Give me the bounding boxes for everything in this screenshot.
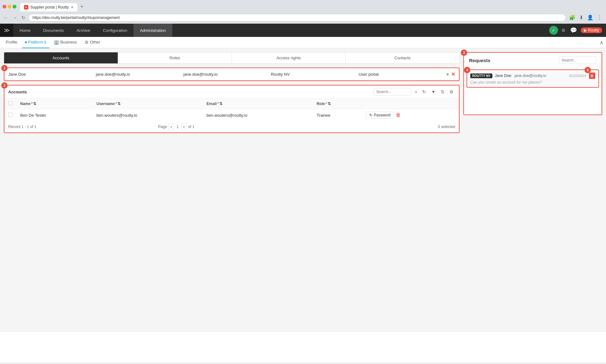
user-email: jane.doe@routty.io — [183, 72, 266, 77]
subnav-other-label: Other — [90, 40, 100, 44]
user-row-actions: + ✕ — [446, 71, 455, 77]
refresh-btn[interactable]: ↻ — [421, 88, 428, 95]
sort-name-btn[interactable]: Name * ⇅ — [20, 102, 36, 106]
business-icon: 🏢 — [54, 40, 59, 45]
filter-btn[interactable]: ▼ — [430, 88, 437, 95]
subnav-business-label: Business — [60, 40, 77, 44]
sort-username-icon: ⇅ — [117, 102, 121, 106]
forward-btn[interactable]: → — [11, 15, 18, 21]
subnav-business[interactable]: 🏢 Business — [50, 37, 80, 48]
tab-contacts[interactable]: Contacts — [346, 52, 459, 63]
selected-count: 0 selected — [438, 125, 455, 129]
browser-tab[interactable]: R Supplier portal | Routty ✕ — [20, 3, 77, 11]
section-3-badge: 3 — [461, 50, 467, 56]
logo-btn[interactable]: ≫ — [0, 24, 13, 37]
subnav-profile[interactable]: Profile — [3, 37, 21, 48]
next-page-btn[interactable]: › — [181, 124, 187, 130]
user-display-name: Jane Doe — [8, 72, 91, 77]
subnav-platform[interactable]: Platform ℹ — [22, 37, 49, 48]
tab-roles[interactable]: Roles — [118, 52, 232, 63]
new-tab-btn[interactable]: + — [77, 2, 86, 11]
nav-archive[interactable]: Archive — [70, 24, 96, 37]
accounts-header: Accounts + ↻ ▼ ⇅ ⚙ — [4, 85, 459, 98]
request-item: 4 5 ROUTTY NV Jane Doe: jane.doe@routty.… — [466, 69, 599, 88]
browser-close-btn[interactable] — [3, 5, 6, 9]
nav-documents[interactable]: Documents — [37, 24, 70, 37]
sort-username-btn[interactable]: Username * ⇅ — [97, 102, 121, 106]
url-bar[interactable]: https://dev.routty.be/portal/routty/#sup… — [28, 14, 566, 21]
row-name: Ben De Tester — [16, 109, 93, 121]
request-badge-5: 5 — [585, 67, 591, 73]
requests-title: Requests — [469, 58, 490, 63]
delete-row-btn[interactable]: 🗑 — [396, 112, 401, 118]
record-info: Record 1 - 1 of 1 — [8, 125, 36, 129]
logo-icon: ≫ — [4, 27, 10, 34]
status-icon: ✓ — [549, 26, 558, 35]
sort-role-icon: ⇅ — [328, 102, 331, 106]
page-label: Page — [158, 125, 167, 129]
page-current: 1 — [175, 125, 180, 129]
remove-user-btn[interactable]: ✕ — [451, 71, 455, 77]
sort-name-icon: ⇅ — [33, 102, 36, 106]
request-delete-btn[interactable]: 🗑 — [589, 73, 595, 79]
request-message: Can you create an account for me please? — [470, 80, 595, 85]
col-actions-header — [362, 98, 459, 109]
list-icon[interactable]: ≡ — [561, 26, 567, 35]
company-badge: ROUTTY NV — [470, 73, 492, 78]
row-role: Trainee — [313, 109, 362, 121]
selected-user-section: 1 Jane Doe jane.doe@routty.io jane.doe@r… — [4, 68, 460, 81]
other-icon: ⚙ — [85, 40, 89, 45]
settings-btn[interactable]: ⚙ — [448, 88, 455, 95]
tab-accounts[interactable]: Accounts — [4, 52, 118, 63]
col-check-header — [4, 98, 16, 109]
tab-close-btn[interactable]: ✕ — [71, 5, 74, 9]
tab-title: Supplier portal | Routty — [30, 5, 69, 9]
chat-icon[interactable]: 💬 — [569, 26, 578, 35]
sort-email-btn[interactable]: Email * ⇅ — [206, 102, 223, 106]
browser-maximize-btn[interactable] — [13, 5, 16, 9]
nav-administration[interactable]: Administration — [134, 24, 172, 37]
row-checkbox[interactable] — [8, 113, 13, 117]
tab-access-rights[interactable]: Access rights — [232, 52, 346, 63]
col-email-header: Email * ⇅ — [203, 98, 313, 109]
browser-minimize-btn[interactable] — [8, 5, 11, 9]
platform-info-icon: ℹ — [45, 40, 46, 44]
user-username: jane.doe@routty.io — [96, 72, 179, 77]
prev-page-btn[interactable]: ‹ — [168, 124, 174, 130]
add-user-btn[interactable]: + — [446, 72, 449, 77]
app: ≫ Home Documents Archive Configuration A… — [0, 24, 606, 362]
password-btn[interactable]: ↻ Password — [366, 112, 394, 119]
nav-configuration[interactable]: Configuration — [97, 24, 134, 37]
sub-nav-expand-btn[interactable]: ∧ — [600, 39, 603, 45]
request-author: Jane Doe: — [495, 73, 512, 78]
accounts-search-input[interactable] — [373, 88, 411, 96]
top-nav-items: Home Documents Archive Configuration Adm… — [13, 24, 549, 37]
refresh-icon: ↻ — [369, 113, 372, 117]
page-total: of 1 — [188, 125, 194, 129]
top-nav: ≫ Home Documents Archive Configuration A… — [0, 24, 606, 37]
subnav-other[interactable]: ⚙ Other — [81, 37, 104, 48]
add-record-btn[interactable]: + — [413, 88, 419, 95]
request-email: jane.doe@routty.io — [514, 73, 546, 78]
url-text: https://dev.routty.be/portal/routty/#sup… — [33, 15, 562, 20]
sort-role-btn[interactable]: Role * ⇅ — [317, 102, 331, 106]
requests-search-input[interactable] — [559, 56, 597, 64]
section-1-badge: 1 — [1, 65, 8, 71]
refresh-btn[interactable]: ↻ — [20, 15, 27, 21]
nav-home[interactable]: Home — [13, 24, 37, 37]
requests-header: Requests — [464, 53, 602, 67]
profile-btn[interactable]: 👤 — [586, 13, 595, 22]
menu-btn[interactable]: ⋮ — [596, 13, 603, 22]
panel-tabs: Accounts Roles Access rights Contacts — [4, 52, 460, 64]
extensions-btn[interactable]: 🧩 — [568, 13, 577, 22]
top-nav-right: ✓ ≡ 💬 ▶ Routty — [549, 26, 606, 35]
user-row: Jane Doe jane.doe@routty.io jane.doe@rou… — [8, 71, 455, 77]
back-btn[interactable]: ← — [3, 15, 9, 21]
user-badge[interactable]: ▶ Routty — [581, 27, 602, 33]
user-badge-icon: ▶ — [584, 28, 587, 32]
table-footer: Record 1 - 1 of 1 Page ‹ 1 › of 1 0 sele… — [4, 121, 459, 132]
downloads-btn[interactable]: ⬇ — [578, 13, 585, 22]
select-all-checkbox[interactable] — [8, 101, 13, 105]
sort-btn[interactable]: ⇅ — [439, 88, 446, 95]
tab-favicon: R — [24, 5, 28, 9]
